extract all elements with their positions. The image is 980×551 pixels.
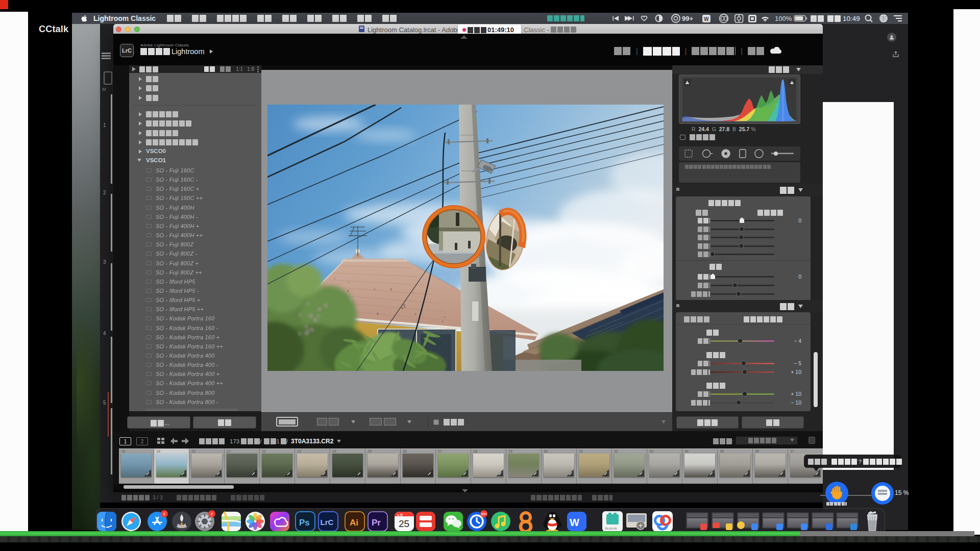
svg-text:W: W	[704, 16, 709, 22]
svg-text:Ps: Ps	[299, 518, 310, 528]
svg-text:Ai: Ai	[350, 518, 358, 528]
svg-text:100%: 100%	[775, 15, 792, 22]
svg-text:25: 25	[399, 518, 409, 529]
svg-text:PLUG-IN: PLUG-IN	[605, 527, 617, 530]
svg-text:99+: 99+	[682, 15, 693, 22]
svg-text:Pr: Pr	[372, 518, 381, 528]
svg-text:2: 2	[211, 512, 213, 516]
svg-text:6月: 6月	[397, 513, 403, 518]
svg-text:99+: 99+	[481, 512, 487, 516]
svg-text:2: 2	[163, 512, 166, 516]
svg-text:W: W	[570, 517, 579, 528]
svg-text:LrC: LrC	[321, 518, 334, 527]
